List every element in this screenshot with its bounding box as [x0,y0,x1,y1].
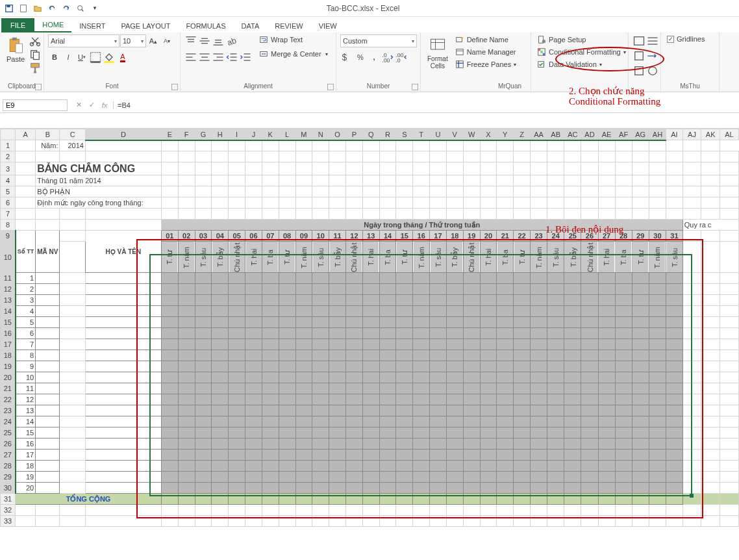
bold-button[interactable]: B [48,51,61,64]
column-header[interactable]: AL [720,129,739,140]
number-launcher-icon[interactable] [412,84,418,90]
format-painter-icon[interactable] [29,62,42,75]
worksheet[interactable]: ABCDEFGHIJKLMNOPQRSTUVWXYZAAABACADAEAFAG… [0,129,739,527]
column-header[interactable]: D [85,129,161,140]
misc-icon-6[interactable] [646,64,659,77]
copy-icon[interactable] [29,48,42,61]
column-header[interactable]: J [245,129,262,140]
italic-button[interactable]: I [62,51,75,64]
column-header[interactable]: V [446,129,463,140]
column-header[interactable]: AF [615,129,632,140]
number-format-combo[interactable]: Custom▾ [340,34,417,47]
name-box[interactable] [3,99,68,111]
column-header[interactable]: A [16,129,36,140]
increase-indent-icon[interactable] [239,51,252,64]
column-header[interactable]: AH [649,129,666,140]
conditional-formatting-button[interactable]: Conditional Formatting▾ [535,47,628,57]
align-left-icon[interactable] [184,51,197,64]
page-setup-button[interactable]: Page Setup [535,34,588,45]
decrease-decimal-icon[interactable]: .00.0 [395,51,408,64]
column-header[interactable]: M [295,129,312,140]
new-icon[interactable] [17,2,30,15]
misc-icon-3[interactable] [633,49,645,62]
column-header[interactable]: AI [666,129,683,140]
font-color-button[interactable]: A [116,51,129,64]
align-center-icon[interactable] [198,51,211,64]
enter-formula-icon[interactable]: ✓ [86,99,97,111]
column-header[interactable]: Z [514,129,531,140]
decrease-indent-icon[interactable] [225,51,238,64]
column-header[interactable]: I [229,129,245,140]
select-all-corner[interactable] [1,129,16,140]
formula-bar[interactable]: =B4 [113,101,739,109]
wrap-text-button[interactable]: Wrap Text [257,34,330,45]
align-top-icon[interactable] [184,34,197,47]
column-header[interactable]: K [262,129,279,140]
merge-center-button[interactable]: Merge & Center▾ [257,49,330,59]
clipboard-launcher-icon[interactable] [35,84,42,90]
border-button[interactable] [89,51,102,64]
gridlines-checkbox[interactable]: ✓Gridlines [665,34,707,44]
qat-more-icon[interactable]: ▼ [88,2,101,15]
paste-button[interactable]: Paste [4,34,27,64]
column-header[interactable]: L [279,129,295,140]
tab-formulas[interactable]: FORMULAS [178,19,233,32]
column-header[interactable]: X [480,129,497,140]
orientation-icon[interactable]: ab [225,34,238,47]
column-header[interactable]: Y [497,129,514,140]
format-cells-button[interactable]: Format Cells [425,34,451,71]
fx-icon[interactable]: fx [99,99,110,111]
font-size-combo[interactable]: 10▾ [120,34,146,47]
tab-review[interactable]: REVIEW [267,19,310,32]
column-header[interactable]: AJ [683,129,701,140]
print-preview-icon[interactable] [74,2,87,15]
save-icon[interactable] [3,2,16,15]
column-header[interactable]: R [379,129,396,140]
percent-format-icon[interactable]: % [354,51,367,64]
misc-icon-4[interactable] [646,49,659,62]
underline-button[interactable]: U▾ [75,51,88,64]
shrink-font-icon[interactable]: A▾ [160,34,173,47]
font-launcher-icon[interactable] [171,84,178,90]
misc-icon-2[interactable] [646,34,659,47]
align-bottom-icon[interactable] [212,34,225,47]
column-header[interactable]: AE [598,129,615,140]
redo-icon[interactable] [60,2,73,15]
column-header[interactable]: P [345,129,362,140]
column-header[interactable]: AB [547,129,564,140]
column-header[interactable]: G [195,129,212,140]
column-header[interactable]: AC [564,129,581,140]
column-header[interactable]: O [329,129,346,140]
cancel-formula-icon[interactable]: ✕ [73,99,84,111]
increase-decimal-icon[interactable]: .0.00 [381,51,394,64]
column-header[interactable]: H [212,129,229,140]
column-header[interactable]: B [36,129,60,140]
comma-format-icon[interactable]: , [368,51,381,64]
cut-icon[interactable] [29,34,42,47]
fill-color-button[interactable] [103,51,116,64]
tab-page-layout[interactable]: PAGE LAYOUT [113,19,178,32]
font-name-combo[interactable]: Arial▾ [48,34,119,47]
name-manager-button[interactable]: Name Manager [453,47,518,57]
column-header[interactable]: Q [362,129,379,140]
accounting-format-icon[interactable]: $ [340,51,353,64]
tab-file[interactable]: FILE [1,18,34,32]
column-header[interactable]: AA [531,129,547,140]
column-header[interactable]: U [430,129,447,140]
column-header[interactable]: S [396,129,413,140]
column-header[interactable]: T [413,129,430,140]
align-right-icon[interactable] [212,51,225,64]
open-icon[interactable] [31,2,44,15]
column-header[interactable]: N [312,129,329,140]
column-header[interactable]: W [463,129,480,140]
tab-home[interactable]: HOME [34,18,71,32]
tab-data[interactable]: DATA [234,19,268,32]
tab-view[interactable]: VIEW [311,19,345,32]
undo-icon[interactable] [45,2,58,15]
column-header[interactable]: AK [701,129,720,140]
column-header[interactable]: AD [581,129,598,140]
grow-font-icon[interactable]: A▴ [147,34,160,47]
align-middle-icon[interactable] [198,34,211,47]
misc-icon-5[interactable] [633,64,645,77]
column-header[interactable]: AG [632,129,649,140]
